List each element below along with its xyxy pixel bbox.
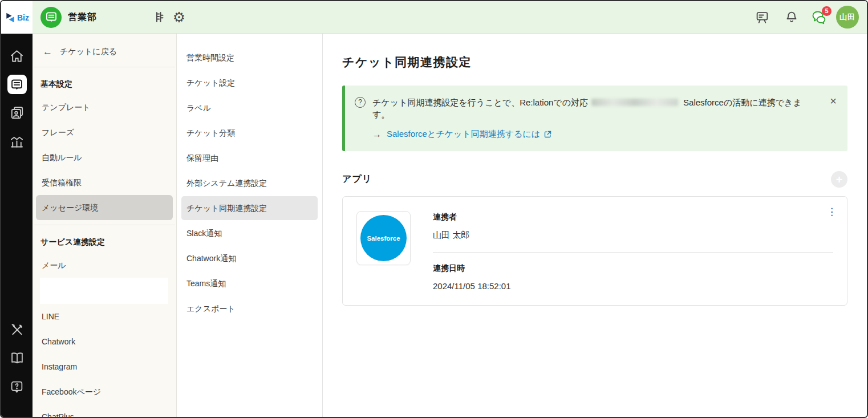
sidebar-item-phrases[interactable]: フレーズ: [36, 120, 173, 145]
sidebar-item-instagram[interactable]: Instagram: [36, 354, 173, 379]
workspace-header: 営業部 ⚙: [33, 1, 867, 34]
sidebar-item-chatwork[interactable]: Chatwork: [36, 329, 173, 354]
close-icon[interactable]: ×: [830, 95, 837, 107]
chat-notification-badge: 5: [822, 6, 832, 16]
section-title-services: サービス連携設定: [33, 226, 176, 253]
app-window: Biz 営業部: [0, 0, 868, 418]
back-label: チケットに戻る: [60, 47, 117, 57]
sidebar-item-template[interactable]: テンプレート: [36, 95, 173, 120]
plus-icon[interactable]: +: [831, 171, 847, 188]
home-icon[interactable]: [5, 42, 30, 70]
divider: [433, 252, 833, 253]
relation-logo[interactable]: Biz: [1, 1, 33, 34]
tools-icon[interactable]: [5, 315, 30, 344]
tickets-icon[interactable]: [5, 70, 30, 99]
ticket-sync-help-link[interactable]: Salesforceとチケット同期連携するには: [387, 129, 552, 140]
submenu-item-export[interactable]: エクスポート: [181, 297, 318, 320]
field-label-linked-datetime: 連携日時: [433, 263, 833, 274]
info-banner: ? チケット同期連携設定を行うことで、Re:lationでの対応Salesfor…: [342, 86, 847, 151]
question-icon: ?: [355, 97, 366, 108]
link-arrow-icon: →: [372, 129, 382, 140]
message-env-submenu: 営業時間設定 チケット設定 ラベル チケット分類 保留理由 外部システム連携設定…: [177, 34, 323, 417]
field-value-linked-user: 山田 太郎: [433, 230, 833, 241]
external-link-icon: [543, 130, 552, 139]
submenu-item-labels[interactable]: ラベル: [181, 96, 318, 120]
top-bar: Biz 営業部: [1, 1, 867, 34]
banner-text: チケット同期連携設定を行うことで、Re:lationでの対応Salesforce…: [372, 96, 818, 120]
sidebar-item-facebook[interactable]: Facebookページ: [36, 379, 173, 404]
field-label-linked-user: 連携者: [433, 212, 833, 222]
brand-label: Biz: [17, 13, 29, 22]
main-content: チケット同期連携設定 ? チケット同期連携設定を行うことで、Re:lationで…: [323, 34, 867, 417]
analytics-icon[interactable]: [5, 127, 30, 156]
redacted-text: [591, 99, 678, 106]
apps-heading: アプリ: [342, 173, 372, 185]
bell-icon[interactable]: [781, 7, 802, 27]
settings-sidebar: ← チケットに戻る 基本設定 テンプレート フレーズ 自動ルール 受信箱権限 メ…: [33, 34, 177, 417]
submenu-item-hold-reason[interactable]: 保留理由: [181, 146, 318, 170]
submenu-item-ticket-settings[interactable]: チケット設定: [181, 71, 318, 95]
sidebar-item-line[interactable]: LINE: [36, 304, 173, 329]
tune-icon[interactable]: [148, 7, 169, 27]
submenu-item-ticket-sync[interactable]: チケット同期連携設定: [181, 196, 318, 220]
relation-logo-icon: [5, 12, 16, 23]
submenu-item-ticket-category[interactable]: チケット分類: [181, 121, 318, 145]
contacts-icon[interactable]: [5, 99, 30, 127]
sidebar-item-redacted[interactable]: [40, 278, 168, 304]
topbar-right-icons: 5 山田: [752, 6, 859, 29]
field-value-linked-datetime: 2024/11/05 18:52:01: [433, 281, 833, 291]
salesforce-logo: Salesforce: [356, 211, 411, 265]
page-title: チケット同期連携設定: [342, 54, 847, 70]
sidebar-item-inbox-permissions[interactable]: 受信箱権限: [36, 170, 173, 195]
support-chat[interactable]: 5: [811, 10, 827, 25]
sidebar-item-mail[interactable]: メール: [36, 253, 173, 278]
workspace-name: 営業部: [68, 11, 97, 23]
submenu-item-teams[interactable]: Teams通知: [181, 271, 318, 295]
submenu-item-external-system[interactable]: 外部システム連携設定: [181, 171, 318, 195]
divider: [34, 225, 175, 225]
announcement-board-icon[interactable]: [752, 7, 772, 27]
gear-icon[interactable]: ⚙: [169, 7, 189, 27]
back-arrow-icon: ←: [43, 46, 52, 58]
nav-icon-rail: [1, 34, 33, 417]
apps-header-row: アプリ +: [342, 171, 847, 188]
user-avatar[interactable]: 山田: [836, 6, 859, 29]
inbox-ticket-icon: [40, 7, 62, 28]
divider: [34, 67, 175, 67]
section-title-basic: 基本設定: [33, 68, 176, 95]
sidebar-item-chatplus[interactable]: ChatPlus: [36, 404, 173, 417]
salesforce-app-card: Salesforce 連携者 山田 太郎 連携日時 2024/11/05 18:…: [342, 196, 847, 306]
submenu-item-business-hours[interactable]: 営業時間設定: [181, 46, 318, 70]
submenu-item-chatwork-notify[interactable]: Chatwork通知: [181, 246, 318, 270]
sidebar-item-message-env[interactable]: メッセージ環境: [36, 195, 173, 220]
help-icon[interactable]: [5, 372, 30, 401]
sidebar-item-auto-rules[interactable]: 自動ルール: [36, 145, 173, 170]
manual-icon[interactable]: [5, 344, 30, 372]
submenu-item-slack[interactable]: Slack通知: [181, 221, 318, 245]
kebab-menu-icon[interactable]: ⋮: [827, 207, 837, 217]
back-to-tickets[interactable]: ← チケットに戻る: [33, 39, 176, 66]
